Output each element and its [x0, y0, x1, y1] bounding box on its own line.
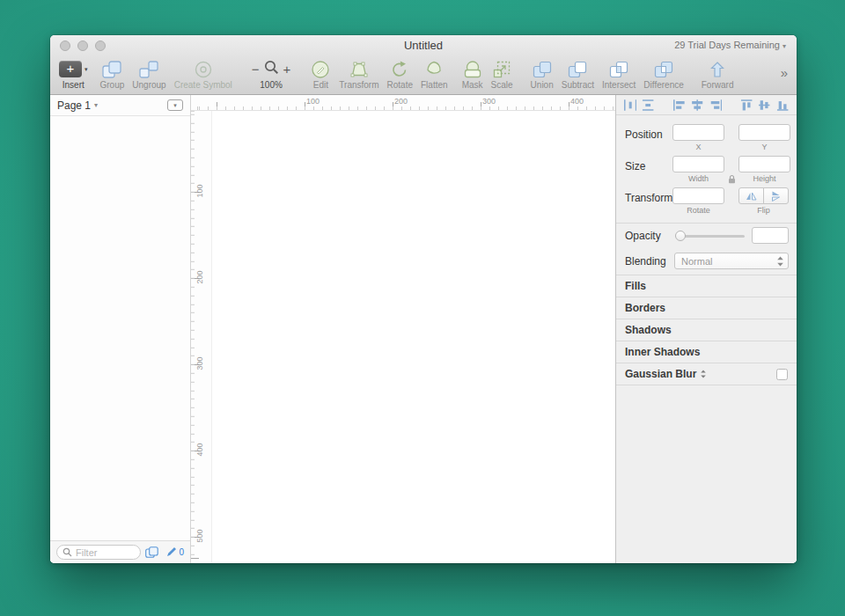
size-row: Size Width Height: [616, 152, 797, 184]
search-icon: [62, 545, 72, 561]
align-bottom-icon[interactable]: [776, 99, 789, 111]
scale-button[interactable]: Scale: [491, 59, 513, 90]
layer-list[interactable]: [50, 117, 190, 540]
drawing-canvas[interactable]: [212, 111, 615, 563]
ruler-label: 400: [195, 436, 204, 463]
align-middle-icon[interactable]: [758, 99, 770, 111]
rotate-button[interactable]: Rotate: [387, 59, 413, 90]
page-list-toggle-button[interactable]: ▾: [167, 99, 183, 111]
align-right-icon[interactable]: [709, 99, 722, 111]
subtract-icon: [567, 59, 588, 79]
opacity-input[interactable]: [752, 227, 789, 244]
main-content: Page 1 ▾ ▾: [50, 95, 797, 563]
x-caption: X: [672, 143, 724, 151]
transform-label: Transform: [625, 192, 672, 204]
align-top-icon[interactable]: [740, 99, 753, 111]
gaussian-blur-section-header[interactable]: Gaussian Blur: [616, 363, 797, 385]
zoom-control[interactable]: − + 100%: [252, 59, 291, 90]
scale-icon: [491, 59, 512, 79]
page-selector[interactable]: Page 1 ▾ ▾: [50, 95, 190, 116]
blur-type-stepper-icon[interactable]: [701, 370, 706, 378]
ungroup-icon: [138, 59, 159, 79]
page-name: Page 1: [57, 99, 91, 112]
chevron-down-icon: ▾: [94, 101, 98, 109]
edit-count: 0: [179, 547, 184, 557]
size-label: Size: [625, 160, 645, 172]
gaussian-blur-checkbox[interactable]: [776, 369, 788, 380]
mask-icon: [462, 59, 483, 79]
chevron-down-icon: ▾: [84, 66, 88, 73]
ruler-label: 100: [306, 97, 320, 106]
difference-icon: [653, 59, 674, 79]
height-caption: Height: [738, 174, 790, 183]
position-x-input[interactable]: [672, 124, 724, 141]
ungroup-button[interactable]: Ungroup: [132, 59, 165, 90]
duplicate-pages-icon[interactable]: [145, 546, 158, 558]
align-center-horizontal-icon[interactable]: [691, 99, 703, 111]
insert-plus-icon: +: [59, 61, 82, 77]
flip-vertical-button[interactable]: [763, 187, 789, 204]
subtract-button[interactable]: Subtract: [562, 59, 594, 90]
zoom-level: 100%: [260, 80, 283, 90]
create-symbol-button[interactable]: Create Symbol: [174, 59, 232, 90]
insert-button[interactable]: + ▾ Insert: [59, 59, 88, 90]
distribute-vertically-icon[interactable]: [642, 99, 654, 111]
edit-button[interactable]: Edit: [310, 59, 331, 90]
width-caption: Width: [672, 174, 724, 183]
union-button[interactable]: Union: [531, 59, 554, 90]
distribute-horizontally-icon[interactable]: [624, 99, 636, 111]
alignment-toolbar: [616, 95, 797, 115]
flatten-icon: [423, 59, 445, 79]
ruler-label: 200: [195, 264, 204, 290]
size-width-input[interactable]: [672, 156, 724, 172]
inspector-panel: Position X Y Size Width: [615, 95, 797, 563]
opacity-label: Opacity: [625, 230, 661, 242]
toolbar-overflow-button[interactable]: »: [781, 65, 790, 89]
ruler-label: 100: [195, 178, 204, 204]
group-button[interactable]: Group: [100, 59, 125, 90]
group-icon: [101, 59, 122, 79]
intersect-icon: [608, 59, 629, 79]
select-stepper-icon: [777, 256, 783, 267]
flip-caption: Flip: [738, 206, 789, 215]
size-height-input[interactable]: [738, 156, 790, 172]
trial-menu[interactable]: 29 Trial Days Remaining▾: [674, 35, 786, 56]
position-label: Position: [625, 128, 663, 141]
horizontal-ruler: 100 200 300 400: [191, 95, 615, 111]
forward-button[interactable]: Forward: [702, 59, 734, 90]
rotate-caption: Rotate: [672, 206, 724, 215]
rotate-icon: [389, 59, 410, 79]
filter-field[interactable]: [56, 545, 141, 560]
opacity-slider-knob[interactable]: [675, 231, 686, 241]
align-left-icon[interactable]: [673, 99, 686, 111]
titlebar: Untitled 29 Trial Days Remaining▾: [50, 35, 797, 55]
flip-control: [738, 187, 789, 204]
intersect-button[interactable]: Intersect: [602, 59, 636, 90]
borders-section-header[interactable]: Borders: [616, 297, 797, 319]
edit-count-button[interactable]: 0: [165, 545, 184, 561]
ruler-label: 500: [195, 523, 204, 549]
zoom-in-icon[interactable]: +: [283, 62, 291, 76]
union-icon: [532, 59, 553, 79]
app-window: Untitled 29 Trial Days Remaining▾ + ▾ In…: [50, 35, 797, 563]
rotate-input[interactable]: [672, 187, 724, 204]
blending-select[interactable]: Normal: [674, 253, 789, 269]
transform-row: Transform Rotate Flip: [616, 184, 797, 223]
ruler-label: 300: [195, 350, 204, 377]
opacity-slider[interactable]: [677, 235, 745, 238]
inner-shadows-section-header[interactable]: Inner Shadows: [616, 341, 797, 363]
zoom-out-icon[interactable]: −: [252, 62, 260, 76]
filter-input[interactable]: [76, 547, 135, 558]
ruler-label: 400: [570, 97, 584, 106]
transform-button[interactable]: Transform: [339, 59, 378, 90]
trial-label: 29 Trial Days Remaining: [674, 40, 780, 50]
flip-horizontal-button[interactable]: [738, 187, 764, 204]
position-y-input[interactable]: [738, 124, 790, 141]
shadows-section-header[interactable]: Shadows: [616, 319, 797, 341]
flatten-button[interactable]: Flatten: [421, 59, 448, 90]
fills-section-header[interactable]: Fills: [616, 275, 797, 297]
blending-value: Normal: [681, 256, 712, 267]
difference-button[interactable]: Difference: [643, 59, 683, 90]
mask-button[interactable]: Mask: [462, 59, 483, 90]
blending-row: Blending Normal: [616, 249, 797, 275]
